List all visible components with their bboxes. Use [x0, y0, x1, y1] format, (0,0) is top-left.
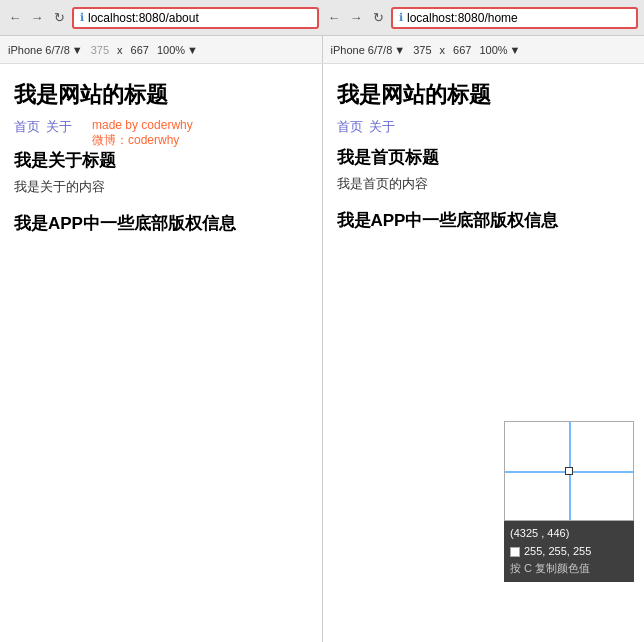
browser-right-toolbar: ← → ↻ ℹ localhost:8080/home: [325, 7, 638, 29]
watermark-line2: 微博：coderwhy: [92, 132, 179, 149]
color-info-box: (4325 , 446) 255, 255, 255 按 C 复制颜色值: [504, 521, 634, 582]
right-nav-home[interactable]: 首页: [337, 118, 363, 136]
device-select-right[interactable]: iPhone 6/7/8 ▼: [331, 44, 406, 56]
crosshair-center: [565, 467, 573, 475]
left-watermark: made by coderwhy 微博：coderwhy: [92, 118, 193, 149]
left-nav-home[interactable]: 首页: [14, 118, 40, 136]
color-picker-canvas: [504, 421, 634, 521]
color-picker-overlay: (4325 , 446) 255, 255, 255 按 C 复制颜色值: [504, 421, 634, 582]
color-swatch: [510, 547, 520, 557]
device-toolbar: iPhone 6/7/8 ▼ 375 x 667 100% ▼ iPhone 6…: [0, 36, 644, 64]
panels-container: 我是网站的标题 首页 关于 made by coderwhy 微博：coderw…: [0, 64, 644, 642]
color-info-row: 255, 255, 255: [510, 543, 628, 561]
device-select-left[interactable]: iPhone 6/7/8 ▼: [8, 44, 83, 56]
right-body: 我是首页的内容: [337, 175, 631, 193]
device-dropdown-left[interactable]: ▼: [72, 44, 83, 56]
zoom-label-right: 100%: [479, 44, 507, 56]
forward-button-right[interactable]: →: [347, 9, 365, 27]
left-footer: 我是APP中一些底部版权信息: [14, 212, 308, 235]
info-icon-right: ℹ: [399, 11, 403, 24]
left-nav-about[interactable]: 关于: [46, 118, 72, 136]
zoom-left[interactable]: 100% ▼: [157, 44, 198, 56]
height-right: 667: [453, 44, 471, 56]
copy-hint: 按 C 复制颜色值: [510, 560, 628, 578]
reload-button-right[interactable]: ↻: [369, 9, 387, 27]
device-left-bar: iPhone 6/7/8 ▼ 375 x 667 100% ▼: [0, 44, 322, 56]
left-nav-row: 首页 关于 made by coderwhy 微博：coderwhy: [14, 118, 308, 149]
device-name-right: iPhone 6/7/8: [331, 44, 393, 56]
right-subtitle: 我是首页标题: [337, 146, 631, 169]
zoom-label-left: 100%: [157, 44, 185, 56]
info-icon-left: ℹ: [80, 11, 84, 24]
left-nav-links: 首页 关于: [14, 118, 72, 136]
zoom-right[interactable]: 100% ▼: [479, 44, 520, 56]
sep-x-left: x: [117, 44, 123, 56]
right-site-title: 我是网站的标题: [337, 80, 631, 110]
left-page-content: 我是网站的标题 首页 关于 made by coderwhy 微博：coderw…: [0, 64, 322, 251]
address-bar-right[interactable]: ℹ localhost:8080/home: [391, 7, 638, 29]
forward-button-left[interactable]: →: [28, 9, 46, 27]
color-values: 255, 255, 255: [524, 543, 591, 561]
browser-left-toolbar: ← → ↻ ℹ localhost:8080/about: [6, 7, 319, 29]
address-bar-left[interactable]: ℹ localhost:8080/about: [72, 7, 319, 29]
back-button-left[interactable]: ←: [6, 9, 24, 27]
url-right: localhost:8080/home: [407, 11, 518, 25]
right-nav-links: 首页 关于: [337, 118, 631, 136]
zoom-dropdown-left[interactable]: ▼: [187, 44, 198, 56]
right-page-content: 我是网站的标题 首页 关于 我是首页标题 我是首页的内容 我是APP中一些底部版…: [323, 64, 645, 248]
device-right-bar: iPhone 6/7/8 ▼ 375 x 667 100% ▼: [323, 44, 645, 56]
sep1-left: 375: [91, 44, 109, 56]
sep-x-right: x: [440, 44, 446, 56]
color-coords: (4325 , 446): [510, 525, 628, 543]
reload-button-left[interactable]: ↻: [50, 9, 68, 27]
left-body: 我是关于的内容: [14, 178, 308, 196]
right-footer: 我是APP中一些底部版权信息: [337, 209, 631, 232]
width-right: 375: [413, 44, 431, 56]
left-panel: 我是网站的标题 首页 关于 made by coderwhy 微博：coderw…: [0, 64, 323, 642]
right-nav-about[interactable]: 关于: [369, 118, 395, 136]
left-subtitle: 我是关于标题: [14, 149, 308, 172]
device-name-left: iPhone 6/7/8: [8, 44, 70, 56]
height-left: 667: [131, 44, 149, 56]
url-left: localhost:8080/about: [88, 11, 199, 25]
zoom-dropdown-right[interactable]: ▼: [510, 44, 521, 56]
left-site-title: 我是网站的标题: [14, 80, 308, 110]
device-dropdown-right[interactable]: ▼: [394, 44, 405, 56]
browser-toolbar: ← → ↻ ℹ localhost:8080/about ← → ↻ ℹ loc…: [0, 0, 644, 36]
right-panel: 我是网站的标题 首页 关于 我是首页标题 我是首页的内容 我是APP中一些底部版…: [323, 64, 645, 642]
back-button-right[interactable]: ←: [325, 9, 343, 27]
watermark-line1: made by coderwhy: [92, 118, 193, 132]
